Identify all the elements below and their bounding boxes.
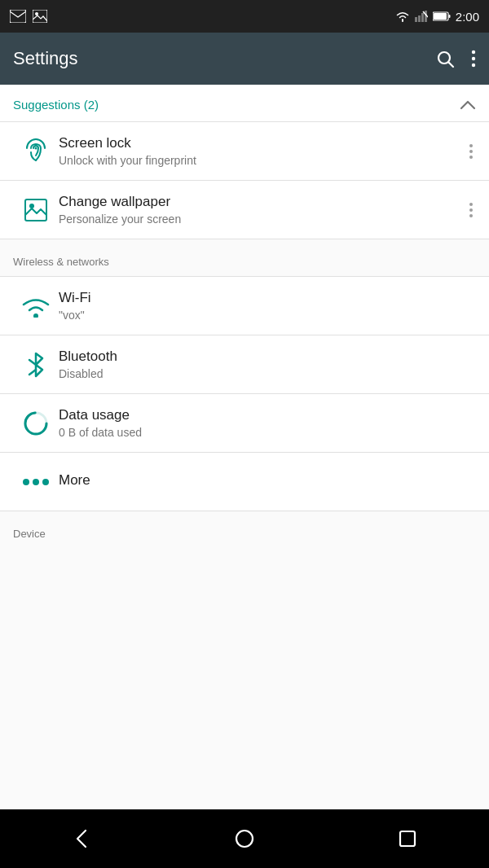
screen-lock-title: Screen lock — [59, 135, 466, 151]
app-bar-title: Settings — [13, 48, 435, 69]
screen-lock-more-button[interactable] — [466, 141, 476, 162]
fingerprint-icon — [23, 138, 49, 165]
wallpaper-text: Change wallpaper Personalize your screen — [59, 194, 466, 226]
wallpaper-icon — [23, 197, 49, 223]
app-bar-actions — [435, 49, 476, 68]
data-usage-icon — [22, 410, 50, 437]
bluetooth-text: Bluetooth Disabled — [59, 349, 476, 380]
wallpaper-title: Change wallpaper — [59, 194, 466, 210]
wifi-title: Wi-Fi — [59, 290, 476, 306]
screen-lock-icon-container — [13, 138, 59, 165]
wifi-icon — [22, 295, 50, 318]
back-icon — [71, 828, 92, 849]
svg-rect-5 — [421, 13, 424, 22]
svg-point-23 — [25, 413, 46, 434]
svg-point-19 — [33, 313, 38, 318]
battery-icon — [433, 11, 451, 21]
status-bar-right: 2:00 — [395, 10, 479, 24]
status-time: 2:00 — [456, 10, 479, 24]
data-usage-text: Data usage 0 B of data used — [59, 407, 476, 439]
image-icon — [33, 10, 47, 23]
svg-rect-17 — [25, 199, 46, 221]
wifi-text: Wi-Fi "vox" — [59, 290, 476, 322]
data-usage-title: Data usage — [59, 407, 476, 423]
gmail-icon — [10, 10, 26, 23]
svg-rect-10 — [448, 15, 450, 18]
home-button[interactable] — [220, 814, 269, 863]
wifi-subtitle: "vox" — [59, 309, 476, 322]
screen-lock-item[interactable]: Screen lock Unlock with your fingerprint — [0, 122, 489, 181]
more-item[interactable]: More — [0, 453, 489, 511]
recents-icon — [398, 829, 417, 848]
svg-point-15 — [472, 64, 475, 67]
wifi-icon-container — [13, 295, 59, 318]
wifi-item[interactable]: Wi-Fi "vox" — [0, 277, 489, 335]
svg-point-13 — [472, 50, 475, 54]
svg-point-24 — [236, 831, 253, 847]
svg-point-2 — [35, 12, 38, 15]
more-vert-icon — [471, 49, 476, 68]
status-bar-left — [10, 10, 47, 23]
back-button[interactable] — [57, 814, 106, 863]
svg-rect-0 — [10, 10, 26, 23]
suggestions-title: Suggestions (2) — [13, 98, 99, 112]
device-label: Device — [0, 511, 489, 560]
change-wallpaper-item[interactable]: Change wallpaper Personalize your screen — [0, 181, 489, 239]
data-usage-item[interactable]: Data usage 0 B of data used — [0, 394, 489, 453]
screen-lock-text: Screen lock Unlock with your fingerprint — [59, 135, 466, 167]
wallpaper-subtitle: Personalize your screen — [59, 213, 466, 226]
bluetooth-subtitle: Disabled — [59, 367, 476, 380]
svg-rect-3 — [415, 17, 417, 22]
more-icon — [23, 479, 49, 485]
search-icon — [435, 49, 455, 68]
bluetooth-icon-container — [13, 350, 59, 379]
collapse-icon — [460, 100, 476, 110]
nav-bar — [0, 809, 489, 868]
status-wifi-icon — [395, 11, 410, 22]
bluetooth-icon — [26, 350, 46, 379]
svg-line-12 — [449, 63, 454, 68]
settings-content: Suggestions (2) Screen lock Unlock with … — [0, 85, 489, 809]
suggestions-header[interactable]: Suggestions (2) — [0, 85, 489, 122]
data-usage-icon-container — [13, 410, 59, 437]
recents-button[interactable] — [383, 814, 432, 863]
app-bar: Settings — [0, 33, 489, 85]
wireless-networks-label: Wireless & networks — [0, 239, 489, 277]
svg-point-14 — [472, 57, 475, 60]
svg-point-16 — [35, 147, 37, 149]
svg-rect-4 — [418, 15, 421, 22]
more-text: More — [59, 472, 476, 491]
more-title: More — [59, 472, 476, 489]
search-button[interactable] — [435, 49, 455, 68]
bluetooth-title: Bluetooth — [59, 349, 476, 365]
screen-lock-subtitle: Unlock with your fingerprint — [59, 154, 466, 167]
svg-rect-25 — [400, 831, 415, 846]
status-bar: 2:00 — [0, 0, 489, 33]
signal-icon — [415, 11, 428, 22]
wallpaper-more-button[interactable] — [466, 199, 476, 221]
home-icon — [234, 828, 255, 849]
bluetooth-item[interactable]: Bluetooth Disabled — [0, 335, 489, 394]
svg-rect-1 — [33, 10, 47, 23]
svg-rect-9 — [434, 13, 447, 20]
wallpaper-icon-container — [13, 197, 59, 223]
data-usage-subtitle: 0 B of data used — [59, 426, 476, 439]
more-icon-container — [13, 479, 59, 485]
more-options-button[interactable] — [471, 49, 476, 68]
